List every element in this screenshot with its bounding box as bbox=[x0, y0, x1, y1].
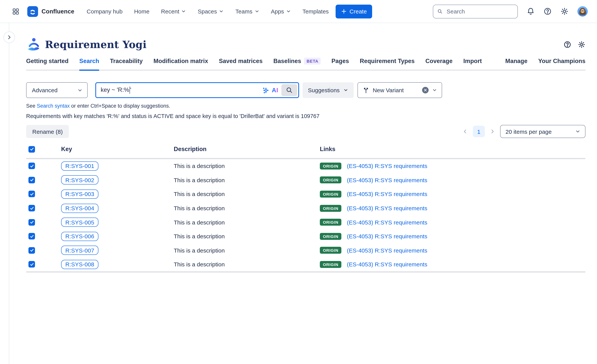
requirement-key-pill[interactable]: R:SYS-005 bbox=[61, 217, 98, 227]
row-checkbox[interactable] bbox=[28, 191, 35, 197]
tab-label: Manage bbox=[505, 58, 527, 65]
app-help-icon[interactable] bbox=[564, 41, 571, 48]
tab[interactable]: Manage bbox=[505, 58, 527, 70]
check-icon bbox=[29, 164, 34, 168]
row-checkbox[interactable] bbox=[28, 261, 35, 268]
global-search-input[interactable] bbox=[446, 8, 514, 15]
query-summary: Requirements with key matches 'R:%' and … bbox=[26, 113, 585, 119]
tab[interactable]: Modification matrix bbox=[153, 58, 208, 70]
tab[interactable]: Search bbox=[79, 58, 99, 70]
requirement-key-pill[interactable]: R:SYS-003 bbox=[61, 189, 98, 199]
confluence-logo-icon[interactable] bbox=[27, 6, 38, 17]
table-header: Key Description Links bbox=[26, 143, 585, 156]
row-checkbox[interactable] bbox=[28, 205, 35, 211]
nav-menu-item[interactable]: Templates bbox=[303, 8, 329, 15]
tab[interactable]: Requirement Types bbox=[360, 58, 415, 70]
query-text: key ~ 'R:%' bbox=[96, 86, 131, 94]
nav-right-cluster bbox=[433, 4, 588, 18]
tab[interactable]: Pages bbox=[331, 58, 349, 70]
requirement-link[interactable]: (ES-4053) R:SYS requirements bbox=[347, 163, 427, 169]
tab[interactable]: Saved matrices bbox=[219, 58, 263, 70]
next-page-icon[interactable] bbox=[490, 129, 495, 134]
product-name: Confluence bbox=[41, 8, 74, 15]
row-checkbox[interactable] bbox=[28, 177, 35, 183]
tab[interactable]: Your Champions bbox=[538, 58, 585, 70]
requirement-key-pill[interactable]: R:SYS-001 bbox=[61, 162, 98, 171]
requirement-description: This is a description bbox=[174, 191, 320, 197]
app-switcher-icon[interactable] bbox=[9, 5, 22, 18]
global-search-box[interactable] bbox=[433, 4, 518, 18]
chevron-down-icon bbox=[77, 87, 83, 93]
requirement-link[interactable]: (ES-4053) R:SYS requirements bbox=[347, 233, 427, 240]
tab-label: Baselines bbox=[273, 58, 301, 65]
nav-menu-item-label: Apps bbox=[271, 8, 284, 15]
search-syntax-link[interactable]: Search syntax bbox=[37, 103, 70, 109]
requirement-link[interactable]: (ES-4053) R:SYS requirements bbox=[347, 261, 427, 268]
results-toolbar: Rename (8) 1 20 items per page bbox=[26, 125, 585, 138]
requirement-link[interactable]: (ES-4053) R:SYS requirements bbox=[347, 205, 427, 211]
expand-sidebar-button[interactable] bbox=[3, 31, 15, 43]
user-avatar[interactable] bbox=[577, 6, 588, 16]
row-checkbox[interactable] bbox=[28, 233, 35, 240]
nav-menu-item[interactable]: Recent bbox=[161, 8, 186, 15]
nav-menu-item-label: Home bbox=[134, 8, 149, 15]
requirement-key-pill[interactable]: R:SYS-002 bbox=[61, 176, 98, 185]
create-button-label: Create bbox=[349, 8, 367, 15]
origin-badge: ORIGIN bbox=[320, 191, 342, 198]
rename-button[interactable]: Rename (8) bbox=[26, 125, 69, 138]
variant-value: New Variant bbox=[373, 87, 418, 93]
table-body: R:SYS-001 This is a description ORIGIN (… bbox=[26, 159, 585, 271]
row-checkbox[interactable] bbox=[28, 163, 35, 169]
page-number[interactable]: 1 bbox=[473, 126, 485, 137]
tab-label: Saved matrices bbox=[219, 58, 263, 65]
variant-select[interactable]: New Variant bbox=[357, 82, 442, 98]
notifications-bell-icon[interactable] bbox=[527, 7, 535, 15]
chevron-right-icon bbox=[7, 35, 12, 40]
nav-menu-item[interactable]: Spaces bbox=[198, 8, 224, 15]
items-per-page-select[interactable]: 20 items per page bbox=[500, 125, 585, 138]
requirement-link[interactable]: (ES-4053) R:SYS requirements bbox=[347, 191, 427, 197]
requirement-description: This is a description bbox=[174, 163, 320, 169]
requirement-key-pill[interactable]: R:SYS-004 bbox=[61, 203, 98, 213]
search-icon bbox=[437, 8, 443, 15]
app-header: Requirement Yogi bbox=[26, 36, 585, 53]
create-button[interactable]: Create bbox=[336, 4, 372, 18]
ai-assist-button[interactable]: AI bbox=[262, 83, 278, 97]
requirement-link[interactable]: (ES-4053) R:SYS requirements bbox=[347, 247, 427, 254]
select-all-checkbox[interactable] bbox=[28, 146, 35, 152]
row-checkbox[interactable] bbox=[28, 219, 35, 225]
app-header-icons bbox=[564, 41, 585, 48]
tab[interactable]: Baselines BETA bbox=[273, 58, 321, 70]
previous-page-icon[interactable] bbox=[463, 129, 468, 134]
settings-gear-icon[interactable] bbox=[560, 7, 569, 15]
beta-badge: BETA bbox=[304, 58, 321, 65]
requirement-key-pill[interactable]: R:SYS-007 bbox=[61, 246, 98, 255]
clear-variant-icon[interactable] bbox=[422, 87, 428, 93]
requirement-key-pill[interactable]: R:SYS-006 bbox=[61, 232, 98, 241]
requirement-link[interactable]: (ES-4053) R:SYS requirements bbox=[347, 177, 427, 183]
search-mode-select[interactable]: Advanced bbox=[26, 82, 88, 98]
requirement-description: This is a description bbox=[174, 219, 320, 225]
app-settings-gear-icon[interactable] bbox=[578, 41, 585, 48]
chevron-down-icon bbox=[432, 88, 437, 93]
advanced-search-input[interactable]: key ~ 'R:%' AI bbox=[95, 82, 299, 98]
nav-menu-item[interactable]: Company hub bbox=[87, 8, 123, 15]
top-navigation: Confluence Company hub Home Recent bbox=[0, 0, 597, 23]
tab[interactable]: Import bbox=[463, 58, 482, 70]
origin-badge: ORIGIN bbox=[320, 205, 342, 212]
search-controls: Advanced key ~ 'R:%' AI Sug bbox=[26, 82, 585, 98]
requirement-key-pill[interactable]: R:SYS-008 bbox=[61, 260, 98, 269]
suggestions-button[interactable]: Suggestions bbox=[303, 82, 353, 98]
nav-menu-item[interactable]: Home bbox=[134, 8, 149, 15]
row-checkbox[interactable] bbox=[28, 247, 35, 254]
tab[interactable]: Coverage bbox=[425, 58, 452, 70]
search-submit-button[interactable] bbox=[281, 84, 297, 96]
requirement-link[interactable]: (ES-4053) R:SYS requirements bbox=[347, 219, 427, 225]
nav-menu-item[interactable]: Apps bbox=[271, 8, 291, 15]
requirement-description: This is a description bbox=[174, 247, 320, 254]
tab-label: Your Champions bbox=[538, 58, 585, 65]
tab[interactable]: Traceability bbox=[110, 58, 143, 70]
tab[interactable]: Getting started bbox=[26, 58, 68, 70]
help-icon[interactable] bbox=[543, 7, 552, 15]
nav-menu-item[interactable]: Teams bbox=[236, 8, 259, 15]
